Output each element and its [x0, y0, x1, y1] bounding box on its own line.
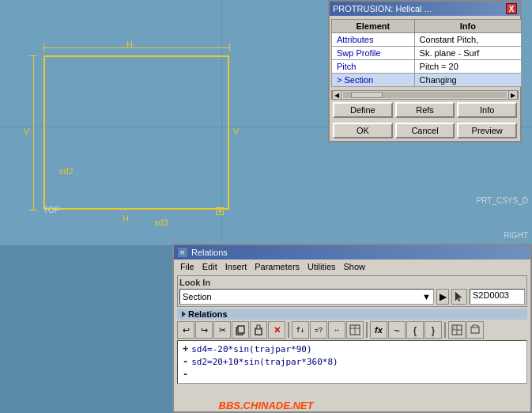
relations-menubar: File Edit Insert Parameters Utilities Sh…: [174, 260, 530, 274]
menu-parameters[interactable]: Parameters: [251, 261, 303, 272]
preview-button[interactable]: Preview: [457, 123, 517, 138]
right-label: RIGHT: [504, 231, 528, 240]
col-element: Element: [332, 20, 415, 33]
switch-button[interactable]: ↔: [328, 321, 345, 339]
extra-btn-2[interactable]: [466, 321, 484, 339]
expand-icon[interactable]: [182, 311, 186, 317]
relation-text-1: sd4=-20*sin(trajpar*90): [191, 344, 311, 354]
evaluate-button[interactable]: =?: [310, 321, 327, 339]
crosshair-v: [220, 209, 221, 214]
dim-line-top: [43, 47, 229, 48]
paste-icon: [253, 324, 264, 335]
s2d-value: S2D0003: [473, 290, 509, 300]
svg-marker-0: [455, 292, 462, 301]
scroll-left-arrow[interactable]: ◀: [332, 90, 341, 100]
info-cell: Changing: [414, 74, 521, 87]
svg-rect-2: [238, 326, 244, 333]
dim-label-sd2: sd2: [59, 166, 74, 176]
element-cell: Attributes: [332, 33, 415, 47]
cut-button[interactable]: ✂: [213, 321, 231, 339]
relation-text-2: sd2=20+10*sin(trajpar*360*8): [191, 357, 338, 367]
copy-icon: [235, 324, 246, 335]
protrusion-scrollbar[interactable]: ◀ ▶: [331, 90, 519, 100]
top-label: TOP: [43, 206, 59, 214]
dim-line-left: [33, 55, 34, 210]
function-button[interactable]: f↓: [292, 321, 309, 339]
refs-button[interactable]: Refs: [395, 102, 455, 118]
separator-1: [288, 322, 289, 338]
menu-insert[interactable]: Insert: [222, 261, 251, 272]
redo-button[interactable]: ↪: [195, 321, 213, 339]
protrusion-table: Element Info Attributes Constant Pitch, …: [331, 19, 522, 87]
look-in-dropdown[interactable]: Section ▼: [179, 289, 434, 305]
svg-rect-13: [473, 325, 477, 328]
protrusion-close-button[interactable]: X: [506, 3, 517, 14]
cursor-tool-button[interactable]: [451, 289, 467, 305]
copy-button[interactable]: [232, 321, 249, 339]
cursor-icon: [455, 291, 464, 302]
relations-window: R Relations File Edit Insert Parameters …: [172, 244, 532, 413]
info-cell: Pitch = 20: [414, 60, 521, 74]
info-cell: Constant Pitch,: [414, 33, 521, 47]
element-cell: Swp Profile: [332, 47, 415, 60]
delete-button[interactable]: ✕: [268, 321, 285, 339]
brace-close-button[interactable]: }: [424, 321, 442, 339]
tilde-button[interactable]: ~: [388, 321, 406, 339]
dim-label-v1: V: [233, 127, 239, 136]
info-button[interactable]: Info: [457, 102, 517, 118]
dim-label-sd3: sd3: [154, 218, 168, 227]
table-button[interactable]: [346, 321, 364, 339]
relations-titlebar: R Relations: [174, 245, 530, 260]
look-in-controls: Section ▼ ▶ S2D0003: [179, 289, 525, 305]
toolbar-row: ↩ ↪ ✂ ✕ f↓ =? ↔ fx ~: [174, 320, 530, 340]
operator-3: -: [183, 369, 188, 380]
extra-icon-1: X: [451, 324, 462, 335]
relations-icon: R: [177, 247, 188, 258]
fx-button[interactable]: fx: [370, 321, 387, 339]
menu-show[interactable]: Show: [341, 261, 369, 272]
brace-open-button[interactable]: {: [406, 321, 424, 339]
element-cell: > Section: [332, 74, 415, 87]
dim-label-h1: H: [126, 40, 133, 49]
s2d-field[interactable]: S2D0003: [470, 289, 525, 305]
protrusion-titlebar: PROTRUSION: Helical ... X: [330, 2, 520, 16]
extra-btn-1[interactable]: X: [448, 321, 466, 339]
relations-label-bar: Relations: [177, 309, 527, 320]
scrollbar-thumb[interactable]: [351, 92, 383, 98]
table-icon: [349, 324, 360, 335]
scrollbar-track[interactable]: [343, 92, 507, 98]
cancel-button[interactable]: Cancel: [395, 123, 455, 138]
relation-line-3: -: [183, 368, 522, 381]
menu-file[interactable]: File: [177, 261, 198, 272]
relation-line-1: + sd4=-20*sin(trajpar*90): [183, 343, 522, 355]
protrusion-title: PROTRUSION: Helical ...: [333, 4, 432, 13]
relations-content[interactable]: + sd4=-20*sin(trajpar*90) - sd2=20+10*si…: [177, 340, 527, 384]
table-row[interactable]: Pitch Pitch = 20: [332, 60, 522, 74]
sketch-rectangle: [43, 55, 229, 210]
dim-tick-left: [43, 44, 44, 51]
table-row[interactable]: Attributes Constant Pitch,: [332, 33, 522, 47]
look-in-label: Look In: [179, 278, 525, 287]
element-cell: Pitch: [332, 60, 415, 74]
ok-button[interactable]: OK: [333, 123, 393, 138]
undo-button[interactable]: ↩: [177, 321, 194, 339]
menu-edit[interactable]: Edit: [199, 261, 221, 272]
dim-tick-right: [229, 44, 230, 51]
paste-button[interactable]: [250, 321, 267, 339]
look-in-dropdown-value: Section: [183, 292, 212, 301]
protrusion-dialog: PROTRUSION: Helical ... X Element Info A…: [328, 0, 522, 142]
col-info: Info: [414, 20, 521, 33]
dropdown-arrow-icon: ▼: [422, 292, 431, 301]
separator-3: [444, 322, 446, 338]
separator-2: [366, 322, 368, 338]
scroll-right-arrow[interactable]: ▶: [508, 90, 518, 100]
svg-text:X: X: [453, 326, 455, 330]
table-row[interactable]: Swp Profile Sk. plane - Surf: [332, 47, 522, 60]
watermark: BBS.CHINADE.NET: [0, 400, 532, 411]
relation-line-2: - sd2=20+10*sin(trajpar*360*8): [183, 355, 522, 368]
menu-utilities[interactable]: Utilities: [304, 261, 338, 272]
dim-tick-top: [29, 55, 37, 56]
look-in-confirm-button[interactable]: ▶: [436, 289, 449, 305]
define-button[interactable]: Define: [333, 102, 393, 118]
table-row-selected[interactable]: > Section Changing: [332, 74, 522, 87]
